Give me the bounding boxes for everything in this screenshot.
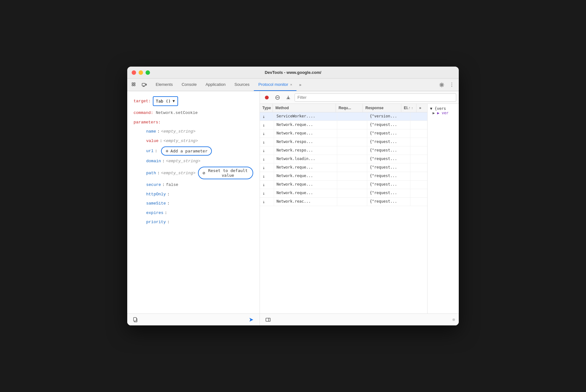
col-header-elapsed: El.↑ ↑ — [401, 104, 416, 112]
sort-icon: ↑ — [411, 106, 413, 110]
param-expires-row: expires : — [134, 209, 253, 217]
command-editor: target: Tab () ▼ command: Network.setCoo… — [127, 91, 260, 313]
copy-icon[interactable] — [131, 315, 140, 324]
table-row[interactable]: ↓ Network.reac... {"request... — [260, 198, 427, 206]
cell-response: {"request... — [367, 121, 410, 129]
tab-application[interactable]: Application — [201, 79, 230, 91]
cell-method: Network.reac... — [274, 198, 337, 206]
settings-icon[interactable] — [437, 80, 446, 89]
cell-method: Network.reque... — [274, 163, 337, 172]
table-area: Type Method Requ... Response El.↑ — [260, 104, 459, 313]
table-row[interactable]: ↓ Network.respo... {"request... — [260, 138, 427, 146]
preview-tree-open: ▼ {vers — [430, 106, 456, 111]
col-header-type: Type — [260, 104, 273, 112]
tab-close-icon[interactable]: × — [290, 83, 292, 86]
table-row[interactable]: ↓ Network.reque... {"request... — [260, 163, 427, 172]
cell-method: Network.loadin... — [274, 155, 337, 163]
send-button[interactable] — [247, 315, 256, 324]
tab-elements[interactable]: Elements — [151, 79, 177, 91]
param-samesite-row: sameSite : — [134, 200, 253, 207]
tab-overflow-button[interactable]: » — [296, 79, 304, 91]
param-url-key: url — [146, 147, 153, 155]
table-row[interactable]: ↓ Network.respo... {"request... — [260, 146, 427, 155]
main-content: target: Tab () ▼ command: Network.setCoo… — [127, 91, 459, 325]
cell-method: Network.reque... — [274, 181, 337, 189]
cell-request — [337, 181, 367, 189]
cell-method: Network.respo... — [274, 146, 337, 155]
tab-console[interactable]: Console — [177, 79, 201, 91]
devtools-window: DevTools - www.google.com/ — [127, 67, 459, 325]
cell-method: Network.reque... — [274, 189, 337, 197]
param-secure-key: secure — [146, 181, 161, 188]
param-path-value: <empty_string> — [161, 169, 195, 177]
cell-request — [337, 129, 367, 138]
sidebar-toggle-icon[interactable] — [264, 315, 272, 324]
param-samesite-key: sameSite — [146, 200, 166, 207]
minimize-button[interactable] — [139, 70, 143, 75]
cell-type: ↓ — [260, 146, 274, 155]
param-secure-row: secure : false — [134, 181, 253, 188]
reset-to-default-button[interactable]: ⊘ Reset to default value — [198, 167, 253, 179]
cell-response: {"request... — [367, 198, 410, 206]
inspect-icon[interactable] — [130, 80, 139, 89]
cell-request — [337, 138, 367, 146]
cell-elapsed — [410, 163, 427, 172]
cell-method: ServiceWorker.... — [274, 112, 337, 121]
svg-rect-14 — [266, 318, 270, 321]
more-options-icon[interactable]: ⋮ — [447, 80, 456, 89]
param-secure-value: false — [166, 181, 178, 188]
table-row[interactable]: ↓ Network.reque... {"request... — [260, 121, 427, 129]
cell-request — [337, 121, 367, 129]
toolbar-icons — [130, 79, 149, 91]
tab-protocol-monitor[interactable]: Protocol monitor × — [254, 79, 296, 91]
target-dropdown[interactable]: Tab () ▼ — [153, 96, 178, 106]
cell-response: {"request... — [367, 189, 410, 197]
svg-rect-9 — [134, 318, 136, 321]
col-header-more[interactable]: » — [416, 104, 427, 112]
table-header: Type Method Requ... Response El.↑ — [260, 104, 427, 112]
cell-request — [337, 112, 367, 121]
param-value-key: value — [146, 137, 158, 145]
add-parameter-button[interactable]: + Add a parameter — [161, 146, 212, 156]
right-toolbar — [260, 313, 459, 325]
cell-request — [337, 163, 367, 172]
tab-sources[interactable]: Sources — [230, 79, 254, 91]
cell-response: {"request... — [367, 146, 410, 155]
target-value: Tab () — [156, 98, 171, 105]
target-row: target: Tab () ▼ — [134, 96, 253, 106]
param-name-key: name — [146, 128, 156, 135]
table-row[interactable]: ↓ Network.reque... {"request... — [260, 181, 427, 189]
record-button[interactable] — [262, 93, 271, 102]
download-button[interactable] — [284, 93, 293, 102]
table-row[interactable]: ↓ Network.loadin... {"request... — [260, 155, 427, 163]
param-domain-value: <empty_string> — [166, 157, 200, 165]
window-title: DevTools - www.google.com/ — [265, 70, 321, 75]
clear-button[interactable] — [273, 93, 282, 102]
cell-response: {"request... — [367, 172, 410, 180]
close-button[interactable] — [132, 70, 136, 75]
protocol-table: Type Method Requ... Response El.↑ — [260, 104, 427, 313]
table-row[interactable]: ↓ Network.reque... {"request... — [260, 129, 427, 138]
table-row[interactable]: ↓ ServiceWorker.... {"version... — [260, 112, 427, 121]
cell-request — [337, 189, 367, 197]
cell-method: Network.reque... — [274, 121, 337, 129]
param-name-value: <empty_string> — [161, 128, 195, 135]
param-priority-key: priority — [146, 218, 166, 226]
response-preview: ▼ {vers ▶ ▶ ver — [427, 104, 459, 313]
param-domain-key: domain — [146, 157, 161, 165]
table-row[interactable]: ↓ Network.reque... {"request... — [260, 189, 427, 198]
filter-input[interactable] — [295, 93, 456, 102]
col-header-response: Response — [363, 104, 401, 112]
svg-marker-10 — [249, 318, 253, 322]
target-label: target: — [134, 98, 151, 105]
cell-response: {"request... — [367, 138, 410, 146]
maximize-button[interactable] — [146, 70, 150, 75]
table-row[interactable]: ↓ Network.reque... {"request... — [260, 172, 427, 181]
param-priority-row: priority : — [134, 218, 253, 226]
param-expires-key: expires — [146, 209, 164, 217]
param-value-row: value : <empty_string> — [134, 137, 253, 145]
cell-request — [337, 172, 367, 180]
protocol-monitor-toolbar — [260, 91, 459, 104]
col-header-request: Requ... — [336, 104, 363, 112]
device-icon[interactable] — [140, 80, 149, 89]
